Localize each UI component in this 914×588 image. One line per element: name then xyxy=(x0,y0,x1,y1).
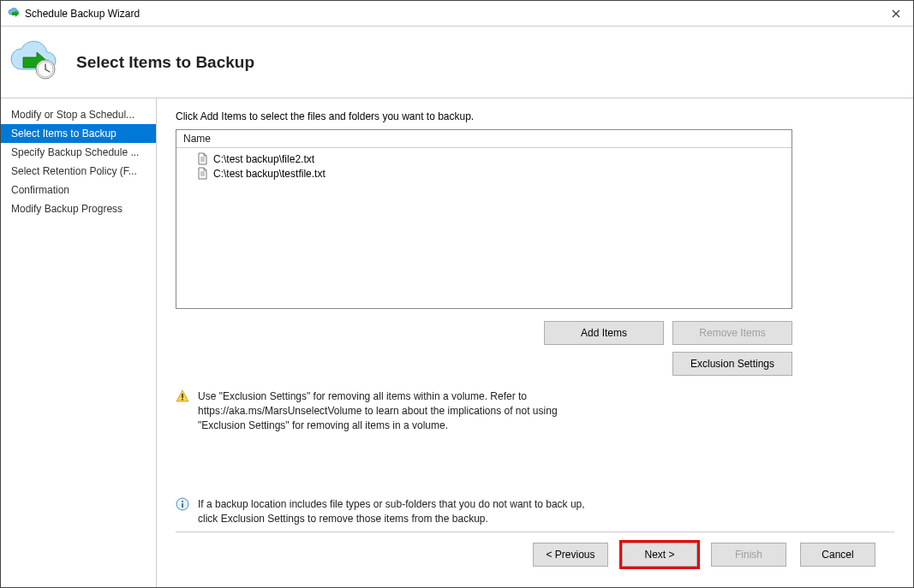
main-area: Modify or Stop a Schedul... Select Items… xyxy=(1,98,913,587)
items-listbox[interactable]: Name C:\test backup\file2.txt C:\test ba… xyxy=(176,129,792,309)
warning-note: Use "Exclusion Settings" for removing al… xyxy=(176,389,587,432)
app-icon xyxy=(8,7,21,21)
add-items-button[interactable]: Add Items xyxy=(544,321,664,345)
info-note: If a backup location includes file types… xyxy=(176,497,587,526)
finish-button: Finish xyxy=(711,543,786,567)
list-item-path: C:\test backup\file2.txt xyxy=(213,153,314,165)
instruction-text: Click Add Items to select the files and … xyxy=(176,110,894,122)
page-heading: Select Items to Backup xyxy=(76,53,254,72)
content-panel: Click Add Items to select the files and … xyxy=(157,98,913,587)
list-item[interactable]: C:\test backup\file2.txt xyxy=(176,151,792,166)
step-modify-or-stop[interactable]: Modify or Stop a Schedul... xyxy=(1,105,156,124)
file-icon xyxy=(197,167,208,180)
next-button[interactable]: Next > xyxy=(622,543,697,567)
backup-header-icon xyxy=(9,40,59,84)
step-retention-policy[interactable]: Select Retention Policy (F... xyxy=(1,162,156,181)
wizard-steps-sidebar: Modify or Stop a Schedul... Select Items… xyxy=(1,98,157,587)
svg-rect-3 xyxy=(182,399,183,401)
wizard-window: Schedule Backup Wizard Select Items to B… xyxy=(0,0,914,588)
close-button[interactable] xyxy=(879,1,913,27)
exclusion-settings-button[interactable]: Exclusion Settings xyxy=(672,352,792,376)
titlebar: Schedule Backup Wizard xyxy=(1,1,913,27)
info-text: If a backup location includes file types… xyxy=(198,497,587,526)
step-modify-progress[interactable]: Modify Backup Progress xyxy=(1,199,156,218)
step-specify-schedule[interactable]: Specify Backup Schedule ... xyxy=(1,143,156,162)
list-item[interactable]: C:\test backup\testfile.txt xyxy=(176,166,792,181)
step-confirmation[interactable]: Confirmation xyxy=(1,181,156,199)
window-title: Schedule Backup Wizard xyxy=(21,8,879,20)
svg-rect-2 xyxy=(182,394,183,398)
item-buttons-row: Add Items Remove Items xyxy=(176,321,792,345)
file-icon xyxy=(197,152,208,165)
wizard-header: Select Items to Backup xyxy=(1,27,913,98)
svg-rect-6 xyxy=(182,501,183,502)
warning-icon xyxy=(176,389,189,406)
svg-rect-5 xyxy=(182,503,183,508)
list-item-path: C:\test backup\testfile.txt xyxy=(213,168,326,180)
previous-button[interactable]: < Previous xyxy=(533,543,608,567)
step-select-items[interactable]: Select Items to Backup xyxy=(1,124,156,143)
list-column-name[interactable]: Name xyxy=(176,130,792,148)
info-icon xyxy=(176,497,189,514)
warning-text: Use "Exclusion Settings" for removing al… xyxy=(198,389,587,432)
remove-items-button: Remove Items xyxy=(672,321,792,345)
list-body: C:\test backup\file2.txt C:\test backup\… xyxy=(176,148,792,184)
wizard-footer: < Previous Next > Finish Cancel xyxy=(176,532,894,577)
exclusion-button-row: Exclusion Settings xyxy=(176,352,792,376)
cancel-button[interactable]: Cancel xyxy=(800,543,875,567)
